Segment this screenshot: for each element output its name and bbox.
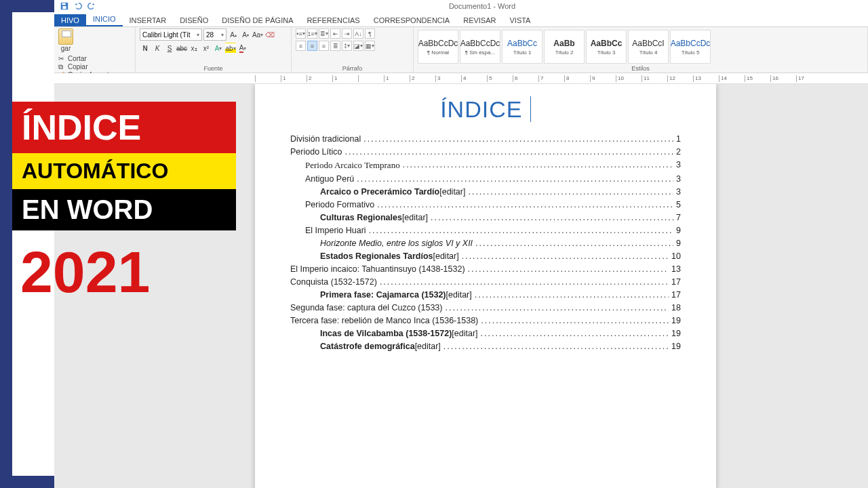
group-title-styles: Estilos [418, 64, 863, 73]
banner-year: 2021 [20, 239, 236, 306]
bullets-button[interactable]: •≡▾ [296, 28, 306, 39]
undo-icon[interactable] [73, 1, 83, 11]
tab-file[interactable]: HIVO [54, 14, 86, 26]
multilevel-button[interactable]: ≣▾ [319, 28, 329, 39]
font-color-button[interactable]: A▾ [237, 43, 248, 54]
ribbon: gar ✂Cortar ⧉Copiar 🖌Copiar formato Port… [54, 27, 868, 73]
overlay-banner: ÍNDICE AUTOMÁTICO EN WORD 2021 [12, 102, 236, 306]
text-cursor [523, 96, 530, 122]
align-left-button[interactable]: ≡ [296, 41, 306, 51]
font-family-select[interactable]: Calibri Light (Tít▾ [140, 28, 202, 41]
toc-entry[interactable]: El Imperio incaico: Tahuantinsuyo (1438-… [290, 262, 681, 275]
tab-revisar[interactable]: REVISAR [456, 14, 502, 26]
banner-line-1: ÍNDICE [12, 102, 236, 153]
style-3[interactable]: AaBbTítulo 2 [544, 30, 585, 64]
scissors-icon: ✂ [58, 55, 66, 62]
bold-button[interactable]: N [140, 43, 151, 54]
tab-referencias[interactable]: REFERENCIAS [300, 14, 366, 26]
style-4[interactable]: AaBbCcTítulo 3 [586, 30, 627, 64]
toc-entry[interactable]: Primera fase: Cajamarca (1532)[editar] 1… [290, 288, 681, 301]
show-marks-button[interactable]: ¶ [365, 28, 375, 39]
align-center-button[interactable]: ≡ [307, 41, 317, 51]
toc-entry[interactable]: Periodo Arcaico Temprano 3 [290, 158, 681, 172]
shrink-font-button[interactable]: A▾ [240, 29, 251, 40]
doc-title[interactable]: ÍNDICE [290, 96, 681, 123]
ribbon-tabs: HIVO INICIO INSERTAR DISEÑO DISEÑO DE PÁ… [54, 12, 868, 27]
style-2[interactable]: AaBbCcTítulo 1 [502, 30, 542, 64]
shading-button[interactable]: ◪▾ [353, 41, 363, 51]
toc-entry[interactable]: Tercera fase: rebelión de Manco Inca (15… [290, 314, 681, 327]
tab-diseno-pagina[interactable]: DISEÑO DE PÁGINA [215, 14, 300, 26]
subscript-button[interactable]: x₂ [189, 43, 199, 54]
clear-format-button[interactable]: ⌫ [264, 29, 275, 40]
styles-gallery: AaBbCcDc¶ NormalAaBbCcDc¶ Sin espa...AaB… [418, 28, 863, 64]
align-right-button[interactable]: ≡ [319, 41, 329, 51]
toc-entry[interactable]: Estados Regionales Tardíos[editar] 10 [290, 249, 681, 262]
svg-rect-1 [62, 3, 66, 5]
toc-entry[interactable]: Arcaico o Precerámico Tardío[editar] 3 [290, 185, 681, 198]
tab-inicio[interactable]: INICIO [86, 13, 123, 26]
underline-button[interactable]: S [164, 43, 175, 54]
toc-entry[interactable]: Conquista (1532-1572) 17 [290, 275, 681, 288]
style-5[interactable]: AaBbCcITítulo 4 [628, 30, 669, 64]
svg-rect-2 [62, 6, 66, 9]
tab-diseno[interactable]: DISEÑO [173, 14, 215, 26]
ruler[interactable]: 1211234567891011121314151617 [54, 73, 868, 84]
toc-entry[interactable]: División tradicional 1 [290, 132, 681, 145]
copy-button[interactable]: ⧉Copiar [58, 63, 113, 70]
copy-icon: ⧉ [58, 63, 66, 70]
style-0[interactable]: AaBbCcDc¶ Normal [418, 30, 458, 64]
italic-button[interactable]: K [152, 43, 163, 54]
save-icon[interactable] [60, 1, 69, 11]
borders-button[interactable]: ▦▾ [365, 41, 375, 51]
toc-entry[interactable]: Segunda fase: captura del Cuzco (1533) 1… [290, 301, 681, 314]
tab-insertar[interactable]: INSERTAR [123, 14, 174, 26]
numbering-button[interactable]: 1≡▾ [307, 28, 317, 39]
banner-line-2: AUTOMÁTICO [12, 153, 236, 189]
increase-indent-button[interactable]: ⇥ [342, 28, 352, 39]
highlight-button[interactable]: ab▾ [225, 43, 236, 54]
grow-font-button[interactable]: A▴ [228, 29, 239, 40]
tab-vista[interactable]: VISTA [502, 14, 537, 26]
cut-button[interactable]: ✂Cortar [58, 55, 113, 62]
toc-entry[interactable]: Culturas Regionales[editar] 7 [290, 211, 681, 224]
group-title-paragraph: Párrafo [296, 64, 409, 73]
toc-entry[interactable]: Periodo Lítico 2 [290, 145, 681, 158]
toc-entry[interactable]: Periodo Formativo 5 [290, 198, 681, 211]
toc-entry[interactable]: Catástrofe demográfica[editar] 19 [290, 340, 681, 352]
toc-entry[interactable]: Incas de Vilcabamba (1538-1572)[editar] … [290, 327, 681, 340]
table-of-contents[interactable]: División tradicional 1Periodo Lítico 2Pe… [290, 132, 681, 352]
strike-button[interactable]: abc [176, 43, 187, 54]
window-title: Documento1 - Word [96, 2, 868, 10]
decrease-indent-button[interactable]: ⇤ [330, 28, 340, 39]
style-1[interactable]: AaBbCcDc¶ Sin espa... [460, 30, 500, 64]
toc-entry[interactable]: Antiguo Perú 3 [290, 172, 681, 185]
toc-entry[interactable]: Horizonte Medio, entre los siglos VI y X… [290, 237, 681, 249]
redo-icon[interactable] [87, 1, 96, 11]
change-case-button[interactable]: Aa▾ [252, 29, 263, 40]
sort-button[interactable]: A↓ [353, 28, 363, 39]
banner-line-3: EN WORD [12, 189, 236, 230]
paste-button[interactable]: gar [58, 28, 73, 52]
text-effects-button[interactable]: A▾ [213, 43, 224, 54]
page[interactable]: ÍNDICE División tradicional 1Periodo Lít… [255, 84, 716, 488]
tab-correspondencia[interactable]: CORRESPONDENCIA [367, 14, 456, 26]
group-title-font: Fuente [140, 64, 287, 73]
justify-button[interactable]: ≣ [330, 41, 340, 51]
toc-entry[interactable]: El Imperio Huari 9 [290, 224, 681, 237]
superscript-button[interactable]: x² [201, 43, 212, 54]
font-size-select[interactable]: 28▾ [203, 28, 226, 41]
line-spacing-button[interactable]: ‡▾ [342, 41, 352, 51]
style-6[interactable]: AaBbCcDcTítulo 5 [670, 30, 711, 64]
